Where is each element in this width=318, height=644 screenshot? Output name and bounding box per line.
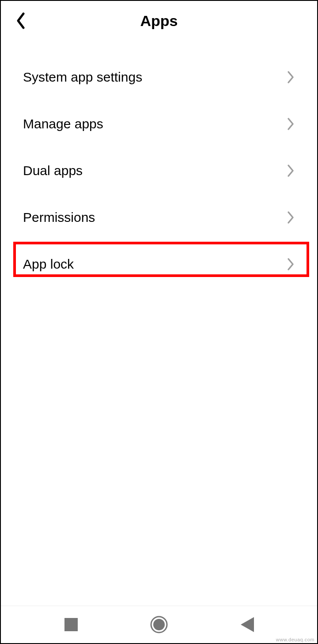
- list-item-label: App lock: [23, 257, 74, 272]
- nav-home-button[interactable]: [141, 611, 177, 638]
- list-item-permissions[interactable]: Permissions: [1, 194, 317, 241]
- page-title: Apps: [140, 12, 178, 30]
- circle-icon: [150, 616, 168, 633]
- chevron-right-icon: [286, 257, 295, 271]
- square-icon: [64, 618, 78, 631]
- header-bar: Apps: [1, 1, 317, 41]
- list-item-system-app-settings[interactable]: System app settings: [1, 54, 317, 101]
- list-item-label: Manage apps: [23, 116, 103, 131]
- back-button[interactable]: [10, 10, 32, 32]
- chevron-right-icon: [286, 164, 295, 178]
- svg-rect-0: [64, 618, 78, 631]
- list-item-label: System app settings: [23, 70, 142, 85]
- triangle-left-icon: [240, 617, 254, 632]
- settings-list: System app settings Manage apps Dual app…: [1, 41, 317, 606]
- chevron-right-icon: [286, 70, 295, 84]
- list-item-label: Permissions: [23, 210, 95, 225]
- nav-back-button[interactable]: [229, 611, 265, 638]
- watermark-text: www.deuaq.com: [276, 637, 314, 642]
- list-item-app-lock[interactable]: App lock: [1, 241, 317, 288]
- chevron-left-icon: [15, 12, 26, 30]
- list-item-dual-apps[interactable]: Dual apps: [1, 147, 317, 194]
- svg-point-2: [153, 619, 165, 630]
- svg-marker-3: [241, 617, 254, 632]
- chevron-right-icon: [286, 117, 295, 131]
- navigation-bar: [1, 606, 317, 643]
- list-item-label: Dual apps: [23, 163, 83, 178]
- list-item-manage-apps[interactable]: Manage apps: [1, 101, 317, 147]
- chevron-right-icon: [286, 210, 295, 225]
- nav-recents-button[interactable]: [53, 611, 89, 638]
